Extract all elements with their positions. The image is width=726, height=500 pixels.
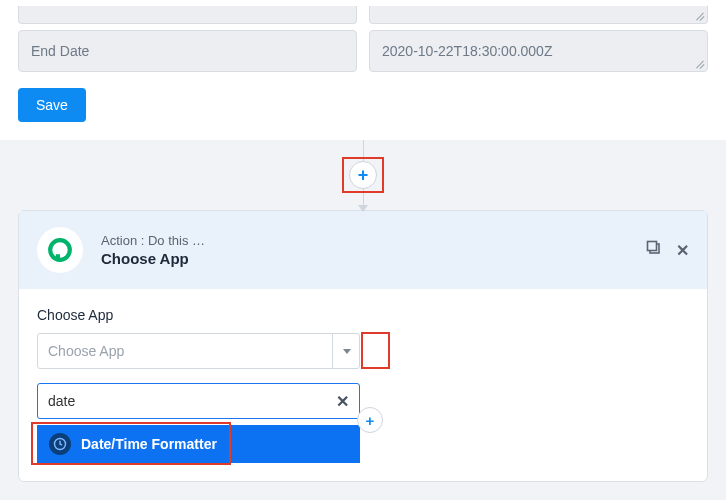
choose-app-label: Choose App xyxy=(37,307,689,323)
action-card: Action : Do this … Choose App ✕ Choose A… xyxy=(18,210,708,482)
connector: + xyxy=(0,140,726,210)
row-prev xyxy=(18,0,708,24)
app-logo xyxy=(37,227,83,273)
svg-rect-1 xyxy=(56,254,60,261)
end-date-value-box[interactable]: 2020-10-22T18:30:00.000Z xyxy=(369,30,708,72)
chevron-down-icon xyxy=(343,349,351,354)
app-option-datetime-formatter[interactable]: Date/Time Formatter xyxy=(37,425,360,463)
plus-icon: + xyxy=(358,165,369,186)
connector-arrow-icon xyxy=(358,205,368,212)
choose-app-placeholder: Choose App xyxy=(48,343,124,359)
copy-step-button[interactable] xyxy=(646,240,662,260)
clear-search-button[interactable]: ✕ xyxy=(336,392,349,411)
app-option-label: Date/Time Formatter xyxy=(81,436,217,452)
add-step-inline-button[interactable]: + xyxy=(357,407,383,433)
clock-icon xyxy=(49,433,71,455)
select-caret-button[interactable] xyxy=(332,333,360,369)
copy-icon xyxy=(646,240,662,256)
choose-app-select[interactable]: Choose App xyxy=(37,333,360,369)
end-date-label: End Date xyxy=(31,43,89,59)
choose-app-select-wrap: Choose App xyxy=(37,333,360,369)
add-step-button[interactable]: + xyxy=(349,161,377,189)
pabbly-logo-icon xyxy=(46,236,74,264)
prev-field-right[interactable] xyxy=(369,6,708,24)
end-date-value: 2020-10-22T18:30:00.000Z xyxy=(382,43,552,59)
action-body: Choose App Choose App ✕ Date/Time Format… xyxy=(19,289,707,481)
action-icons: ✕ xyxy=(646,240,689,260)
app-search-input[interactable] xyxy=(48,393,336,409)
save-button[interactable]: Save xyxy=(18,88,86,122)
prev-field-left[interactable] xyxy=(18,6,357,24)
action-title: Choose App xyxy=(101,250,646,267)
plus-icon: + xyxy=(366,412,375,429)
app-search-input-wrap: ✕ xyxy=(37,383,360,419)
form-card: End Date 2020-10-22T18:30:00.000Z Save xyxy=(0,0,726,140)
svg-rect-3 xyxy=(648,242,657,251)
delete-step-button[interactable]: ✕ xyxy=(676,241,689,260)
row-end-date: End Date 2020-10-22T18:30:00.000Z xyxy=(18,24,708,72)
action-subtitle: Action : Do this … xyxy=(101,233,646,248)
highlight-caret xyxy=(361,332,390,369)
action-header[interactable]: Action : Do this … Choose App ✕ xyxy=(19,211,707,289)
end-date-label-box[interactable]: End Date xyxy=(18,30,357,72)
action-titles: Action : Do this … Choose App xyxy=(101,233,646,267)
